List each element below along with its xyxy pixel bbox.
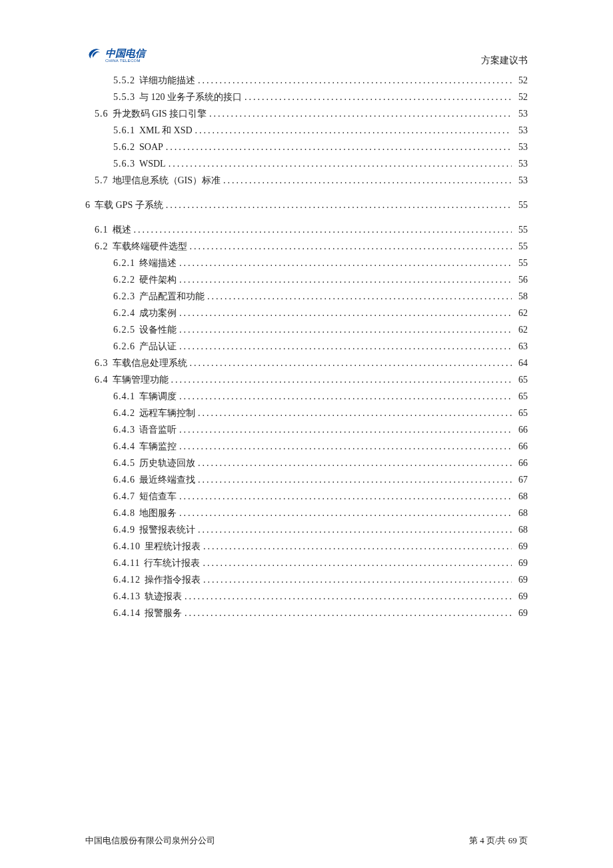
toc-entry-label: 地理信息系统（GIS）标准: [113, 172, 221, 189]
toc-entry-number: 6.2: [95, 238, 109, 255]
toc-entry-number: 5.6: [95, 105, 109, 122]
toc-entry-label: 最近终端查找: [139, 471, 195, 488]
toc-entry[interactable]: 6.4.1车辆调度65: [85, 388, 528, 405]
toc-entry[interactable]: 6.4.2远程车辆控制65: [85, 405, 528, 421]
telecom-logo-icon: [85, 45, 103, 67]
toc-entry-page: 56: [514, 271, 528, 288]
toc-entry[interactable]: 6.4.12操作指令报表69: [85, 571, 528, 588]
toc-entry-number: 6.4.7: [113, 488, 135, 505]
toc-entry-number: 5.5.2: [113, 72, 135, 89]
toc-leader-dots: [179, 388, 512, 405]
toc-entry-label: 车辆管理功能: [113, 371, 169, 388]
toc-entry-number: 5.5.3: [113, 89, 135, 105]
toc-entry[interactable]: 5.7地理信息系统（GIS）标准53: [85, 172, 528, 189]
toc-entry-page: 55: [514, 238, 528, 255]
toc-entry-page: 53: [514, 105, 528, 122]
toc-entry-page: 63: [514, 338, 528, 355]
toc-entry-number: 5.6.1: [113, 122, 135, 139]
toc-entry-page: 69: [514, 555, 528, 571]
toc-entry[interactable]: 6.4.4车辆监控66: [85, 438, 528, 455]
toc-entry-label: 轨迹报表: [145, 588, 182, 605]
toc-leader-dots: [223, 172, 512, 189]
toc-leader-dots: [203, 538, 512, 555]
table-of-contents: 5.5.2详细功能描述525.5.3与 120 业务子系统的接口525.6升龙数…: [85, 72, 528, 621]
toc-entry-page: 66: [514, 421, 528, 438]
toc-entry-page: 69: [514, 571, 528, 588]
toc-leader-dots: [179, 488, 512, 505]
toc-entry-label: 设备性能: [139, 321, 177, 338]
toc-entry[interactable]: 6.4.10里程统计报表69: [85, 538, 528, 555]
toc-entry-number: 6.4.11: [113, 555, 140, 571]
toc-entry[interactable]: 5.5.2详细功能描述52: [85, 72, 528, 89]
toc-entry[interactable]: 6.2.1终端描述55: [85, 255, 528, 271]
toc-entry[interactable]: 6.4.9报警报表统计68: [85, 521, 528, 538]
toc-leader-dots: [171, 371, 512, 388]
toc-entry[interactable]: 6.3车载信息处理系统64: [85, 355, 528, 371]
toc-entry-label: 历史轨迹回放: [139, 455, 195, 471]
toc-entry-number: 6: [85, 197, 91, 213]
toc-entry-number: 6.3: [95, 355, 109, 371]
toc-entry[interactable]: 5.6.2SOAP53: [85, 139, 528, 155]
toc-entry-number: 5.7: [95, 172, 109, 189]
toc-entry-label: 操作指令报表: [145, 571, 201, 588]
toc-leader-dots: [198, 471, 512, 488]
toc-entry[interactable]: 5.6.3WSDL53: [85, 155, 528, 172]
toc-leader-dots: [203, 571, 512, 588]
toc-entry[interactable]: 6.2.4成功案例62: [85, 305, 528, 321]
toc-entry-label: 语音监听: [139, 421, 177, 438]
toc-entry-label: 产品认证: [139, 338, 177, 355]
toc-entry-label: 车辆监控: [139, 438, 177, 455]
toc-entry[interactable]: 5.5.3与 120 业务子系统的接口52: [85, 89, 528, 105]
toc-entry[interactable]: 6.4车辆管理功能65: [85, 371, 528, 388]
toc-entry[interactable]: 6.1概述55: [85, 221, 528, 238]
page-content: 中国电信 CHINA TELECOM 方案建议书 5.5.2详细功能描述525.…: [85, 45, 528, 621]
toc-entry[interactable]: 6.4.13轨迹报表69: [85, 588, 528, 605]
toc-entry-page: 53: [514, 172, 528, 189]
toc-leader-dots: [179, 305, 512, 321]
toc-entry[interactable]: 6.4.5历史轨迹回放66: [85, 455, 528, 471]
toc-entry[interactable]: 6车载 GPS 子系统55: [85, 197, 528, 213]
toc-entry-label: 升龙数码 GIS 接口引擎: [113, 105, 207, 122]
toc-entry-number: 6.2.3: [113, 288, 135, 305]
toc-entry-number: 6.4.13: [113, 588, 141, 605]
toc-entry[interactable]: 6.2车载终端硬件选型55: [85, 238, 528, 255]
toc-entry-page: 62: [514, 321, 528, 338]
toc-entry-page: 68: [514, 521, 528, 538]
toc-leader-dots: [169, 155, 512, 172]
toc-entry-page: 67: [514, 471, 528, 488]
toc-entry[interactable]: 6.2.3产品配置和功能58: [85, 288, 528, 305]
toc-entry[interactable]: 6.4.11行车统计报表69: [85, 555, 528, 571]
toc-entry-label: 车辆调度: [139, 388, 177, 405]
toc-entry-page: 55: [514, 255, 528, 271]
toc-entry-label: 报警报表统计: [139, 521, 195, 538]
toc-entry[interactable]: 6.4.3语音监听66: [85, 421, 528, 438]
toc-entry[interactable]: 6.2.5设备性能62: [85, 321, 528, 338]
toc-entry-page: 65: [514, 388, 528, 405]
toc-entry[interactable]: 5.6.1XML 和 XSD53: [85, 122, 528, 139]
toc-entry[interactable]: 5.6升龙数码 GIS 接口引擎53: [85, 105, 528, 122]
toc-entry-label: 车载信息处理系统: [113, 355, 187, 371]
toc-leader-dots: [198, 455, 512, 471]
toc-leader-dots: [190, 355, 512, 371]
page-footer: 中国电信股份有限公司泉州分公司 第 4 页/共 69 页: [85, 835, 528, 847]
toc-entry-number: 6.1: [95, 221, 109, 238]
toc-entry[interactable]: 6.4.7短信查车68: [85, 488, 528, 505]
toc-entry-number: 6.4: [95, 371, 109, 388]
toc-entry-number: 6.2.5: [113, 321, 135, 338]
toc-entry-number: 6.4.10: [113, 538, 141, 555]
toc-entry-number: 5.6.3: [113, 155, 135, 172]
toc-entry[interactable]: 6.2.2硬件架构56: [85, 271, 528, 288]
toc-leader-dots: [179, 438, 512, 455]
toc-entry-number: 6.2.4: [113, 305, 135, 321]
toc-entry-label: 硬件架构: [139, 271, 177, 288]
toc-leader-dots: [185, 588, 512, 605]
toc-entry-number: 6.4.9: [113, 521, 135, 538]
toc-entry[interactable]: 6.2.6产品认证63: [85, 338, 528, 355]
toc-entry-label: 概述: [113, 221, 131, 238]
toc-leader-dots: [203, 555, 512, 571]
toc-entry[interactable]: 6.4.8地图服务68: [85, 505, 528, 521]
toc-entry-page: 65: [514, 405, 528, 421]
toc-entry[interactable]: 6.4.14报警服务69: [85, 605, 528, 621]
toc-entry-number: 6.4.6: [113, 471, 135, 488]
toc-entry[interactable]: 6.4.6最近终端查找67: [85, 471, 528, 488]
